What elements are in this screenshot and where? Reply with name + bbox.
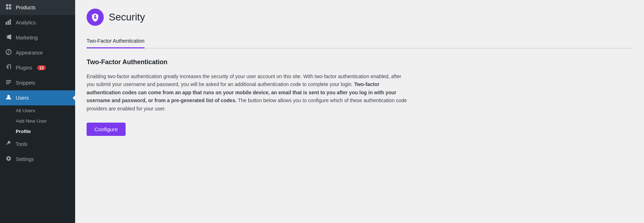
sidebar-label-settings: Settings — [16, 156, 34, 162]
section-title: Two-Factor Authentication — [87, 58, 409, 66]
plugins-icon — [5, 64, 12, 72]
shield-icon — [91, 13, 100, 22]
users-icon — [5, 94, 12, 102]
svg-rect-3 — [9, 7, 11, 9]
sidebar-item-marketing[interactable]: Marketing — [0, 30, 75, 45]
sidebar-sub-profile[interactable]: Profile — [0, 126, 75, 137]
appearance-icon — [5, 49, 12, 57]
sidebar-item-tools[interactable]: Tools — [0, 137, 75, 152]
main-content: Security Two-Factor Authentication Two-F… — [75, 0, 644, 223]
security-icon-circle — [87, 9, 104, 26]
settings-icon — [5, 155, 12, 163]
all-users-label: All Users — [16, 108, 35, 113]
sidebar-label-analytics: Analytics — [16, 20, 36, 25]
sidebar-label-plugins: Plugins — [16, 65, 32, 71]
two-factor-section: Two-Factor Authentication Enabling two-f… — [87, 58, 409, 136]
svg-rect-5 — [8, 20, 9, 25]
add-new-user-label: Add New User — [16, 118, 47, 124]
tab-bar: Two-Factor Authentication — [87, 34, 633, 48]
sidebar-item-appearance[interactable]: Appearance — [0, 45, 75, 60]
sidebar-item-users[interactable]: Users — [0, 90, 75, 105]
sidebar-label-marketing: Marketing — [16, 35, 38, 41]
products-icon — [5, 4, 12, 11]
sidebar-item-analytics[interactable]: Analytics — [0, 15, 75, 30]
svg-rect-6 — [10, 19, 11, 25]
sidebar-label-products: Products — [16, 5, 35, 10]
profile-label: Profile — [16, 129, 31, 134]
analytics-icon — [5, 19, 12, 27]
svg-rect-1 — [9, 4, 11, 6]
sidebar-label-users: Users — [16, 95, 29, 101]
sidebar-label-snippets: Snippets — [16, 80, 35, 86]
svg-rect-4 — [6, 22, 7, 25]
sidebar-label-tools: Tools — [16, 141, 28, 147]
sidebar-sub-all-users[interactable]: All Users — [0, 105, 75, 116]
configure-button[interactable]: Configure — [87, 123, 126, 136]
svg-point-8 — [7, 95, 10, 98]
sidebar: Products Analytics Marketing Appearance … — [0, 0, 75, 223]
page-header: Security — [87, 9, 633, 26]
section-body: Enabling two-factor authentication great… — [87, 72, 409, 113]
marketing-icon — [5, 34, 12, 42]
svg-rect-2 — [6, 7, 8, 9]
tab-two-factor-authentication[interactable]: Two-Factor Authentication — [87, 34, 145, 48]
snippets-icon — [5, 79, 12, 87]
sidebar-item-plugins[interactable]: Plugins 12 — [0, 60, 75, 75]
tools-icon — [5, 140, 12, 148]
plugins-badge: 12 — [37, 65, 46, 70]
sidebar-item-snippets[interactable]: Snippets — [0, 75, 75, 90]
sidebar-label-appearance: Appearance — [16, 50, 43, 56]
sidebar-sub-add-new-user[interactable]: Add New User — [0, 116, 75, 126]
page-title: Security — [109, 11, 145, 23]
sidebar-item-settings[interactable]: Settings — [0, 152, 75, 167]
svg-rect-0 — [6, 4, 8, 6]
sidebar-item-products[interactable]: Products — [0, 0, 75, 15]
